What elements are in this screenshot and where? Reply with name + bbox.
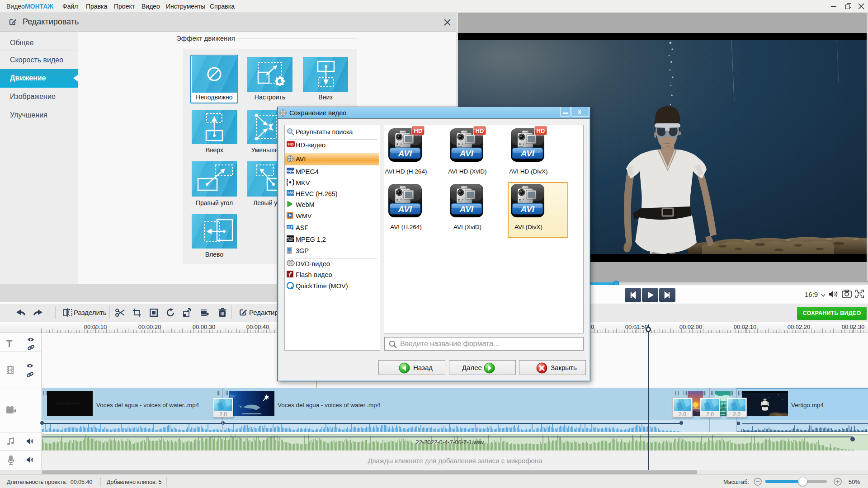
svg-text:HD: HD — [476, 127, 484, 134]
svg-text:AVI: AVI — [520, 204, 535, 214]
svg-text:HD: HD — [288, 142, 294, 146]
svg-text:HD: HD — [414, 127, 423, 134]
svg-text:AVI: AVI — [459, 204, 474, 214]
svg-text:HD: HD — [537, 127, 545, 134]
svg-text:AVI: AVI — [459, 149, 474, 158]
svg-text:265: 265 — [287, 191, 293, 195]
svg-text:mp4: mp4 — [287, 169, 294, 173]
svg-text:AVI: AVI — [398, 204, 412, 214]
svg-text:ORG: ORG — [288, 239, 293, 242]
svg-text:AVI: AVI — [520, 149, 535, 158]
svg-text:AVI: AVI — [398, 149, 412, 158]
